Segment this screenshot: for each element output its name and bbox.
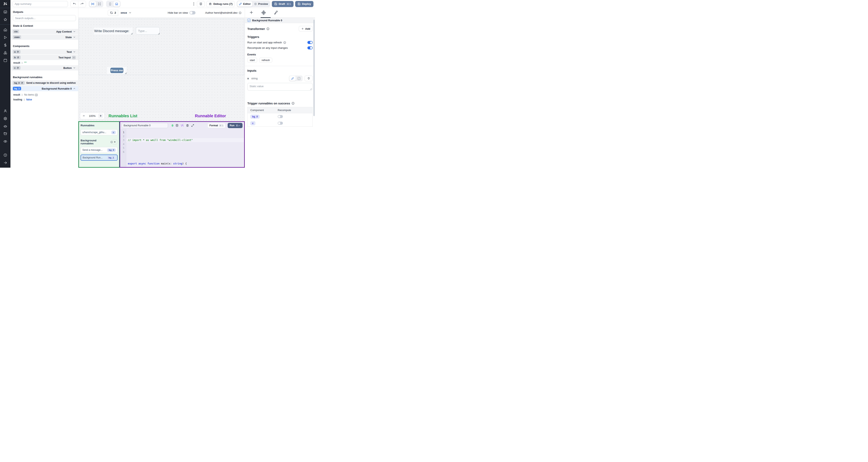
input-mode-toggle: f: [289, 75, 303, 81]
button-component[interactable]: Press me: [107, 67, 127, 74]
star-icon[interactable]: [0, 16, 10, 23]
zoom-out-button[interactable]: −: [82, 113, 86, 118]
connect-plug-icon[interactable]: [305, 75, 313, 81]
recompute-toggle[interactable]: [278, 122, 283, 125]
more-menu-icon[interactable]: [192, 2, 195, 5]
a-type: Text: [66, 51, 72, 54]
resize-handle[interactable]: [131, 33, 132, 34]
styling-tab[interactable]: [274, 10, 278, 16]
add-transformer-button[interactable]: Add: [299, 26, 313, 32]
output-row-a[interactable]: a Text: [10, 49, 78, 55]
press-me-button[interactable]: Press me: [110, 68, 123, 73]
event-start-pill[interactable]: start: [247, 58, 257, 63]
output-row-b[interactable]: b Text Input: [10, 55, 78, 60]
insert-component-tab[interactable]: [249, 10, 253, 16]
robot-icon[interactable]: [0, 122, 10, 130]
event-refresh-pill[interactable]: refresh: [259, 58, 272, 63]
run-button[interactable]: Run⌘↵: [228, 123, 243, 128]
expand-layout-toggle[interactable]: [96, 1, 103, 7]
chevron-up-icon[interactable]: [72, 56, 76, 59]
output-row-c[interactable]: c Button: [10, 65, 78, 71]
collapse-arrow-icon[interactable]: [0, 159, 10, 166]
output-row-bg1[interactable]: bg_1 Background Runnable 0: [10, 86, 78, 92]
hide-bar-toggle[interactable]: [189, 11, 195, 14]
runnable-item-badge: c: [111, 131, 116, 134]
component-settings-tab[interactable]: [261, 10, 266, 17]
tab-editor[interactable]: Editor: [237, 1, 252, 7]
static-value-textarea[interactable]: [247, 83, 313, 91]
code-lines[interactable]: // import * as wmill from "windmill-clie…: [126, 129, 244, 167]
draft-button[interactable]: Draft ⌘S: [272, 1, 293, 7]
dollar-icon[interactable]: [0, 41, 10, 49]
refresh-count-button[interactable]: 2: [108, 10, 118, 16]
left-rail: [0, 0, 10, 168]
component-badge: bg_0: [250, 114, 259, 119]
runnable-editor-annotation: Runnable Editor: [195, 113, 226, 118]
runnable-item-bg0[interactable]: Send a message... bg_0: [81, 147, 118, 153]
output-row-ctx[interactable]: ctx App Context: [10, 29, 78, 35]
run-mode-dropdown[interactable]: once: [118, 10, 134, 16]
b-badge: b: [13, 56, 21, 59]
debug-runs-button[interactable]: Debug runs (7): [206, 1, 235, 7]
right-panel-scrollbar[interactable]: [313, 20, 315, 116]
undo-button[interactable]: [70, 1, 78, 7]
folder-icon[interactable]: [0, 130, 10, 137]
resize-handle[interactable]: [125, 72, 126, 74]
home-icon[interactable]: [0, 26, 10, 34]
runnable-item-c[interactable]: u/henri/scrape_githu... c: [81, 129, 118, 135]
calendar-icon[interactable]: [0, 57, 10, 64]
user-icon[interactable]: [0, 107, 10, 114]
search-outputs-input[interactable]: [13, 15, 76, 21]
add-background-runnable-button[interactable]: +: [112, 139, 118, 145]
static-mode-pencil-icon[interactable]: [289, 76, 296, 81]
resources-icon[interactable]: [0, 49, 10, 57]
center-layout-toggle[interactable]: [89, 1, 96, 7]
state-context-title: State & Context: [10, 21, 78, 29]
ai-wand-icon[interactable]: [181, 124, 184, 127]
topbar: Debug runs (7) Editor Preview Draft ⌘S: [10, 0, 315, 8]
runnable-editor-panel: Format⌘S Run⌘↵ 1 2 3 4 5 6 // import * a…: [120, 121, 245, 168]
discord-message-input[interactable]: [136, 27, 160, 35]
code-editor[interactable]: 1 2 3 4 5 6 // import * as wmill from "w…: [120, 129, 244, 167]
app-summary-input[interactable]: [12, 1, 68, 7]
runnable-name-input[interactable]: [122, 123, 168, 128]
components-title: Components: [10, 40, 78, 49]
zoom-in-button[interactable]: +: [98, 113, 103, 118]
mobile-toggle[interactable]: [107, 1, 113, 7]
run-on-start-toggle[interactable]: [307, 41, 313, 44]
runnables-panel: Runnables u/henri/scrape_githu... c Back…: [79, 121, 120, 168]
tab-editor-label: Editor: [243, 2, 251, 5]
output-row-state[interactable]: state State: [10, 35, 78, 40]
output-row-bg0[interactable]: bg_0 Send a message to discord using web…: [10, 80, 78, 86]
apps-icon[interactable]: [0, 8, 10, 16]
tab-preview[interactable]: Preview: [252, 1, 270, 7]
text-input-component[interactable]: [136, 27, 160, 35]
delete-icon[interactable]: [186, 124, 189, 127]
desktop-toggle[interactable]: [113, 1, 120, 7]
deploy-button[interactable]: Deploy: [295, 1, 313, 7]
help-icon[interactable]: [0, 151, 10, 159]
resize-handle[interactable]: [158, 33, 159, 34]
redo-button[interactable]: [78, 1, 86, 7]
windmill-logo[interactable]: [0, 0, 10, 8]
function-mode-icon[interactable]: f: [296, 76, 302, 81]
format-button[interactable]: Format⌘S: [207, 123, 225, 128]
play-icon[interactable]: [0, 34, 10, 41]
resize-grip-icon: [310, 88, 312, 90]
text-component[interactable]: Write Discord message:: [94, 28, 133, 35]
gear-icon[interactable]: [0, 114, 10, 122]
eye-icon[interactable]: [0, 137, 10, 145]
transformer-title: Transformer: [247, 27, 265, 31]
expand-icon[interactable]: [191, 124, 194, 127]
editor-preview-toggle: Editor Preview: [237, 1, 270, 7]
input-x-name: x: [247, 77, 249, 80]
runnable-item-bg1-selected[interactable]: Background Run... bg_1: [81, 155, 118, 161]
database-icon[interactable]: [176, 124, 179, 127]
recompute-toggle[interactable]: [307, 46, 313, 50]
app-canvas[interactable]: Write Discord message: Press me − 100% +…: [79, 18, 245, 129]
recompute-toggle[interactable]: [278, 115, 283, 118]
docs-button[interactable]: [197, 1, 205, 7]
triggers-title: Triggers: [247, 35, 259, 38]
outputs-panel: Outputs State & Context ctx App Context …: [10, 8, 79, 168]
chevron-down-icon: [73, 36, 76, 38]
